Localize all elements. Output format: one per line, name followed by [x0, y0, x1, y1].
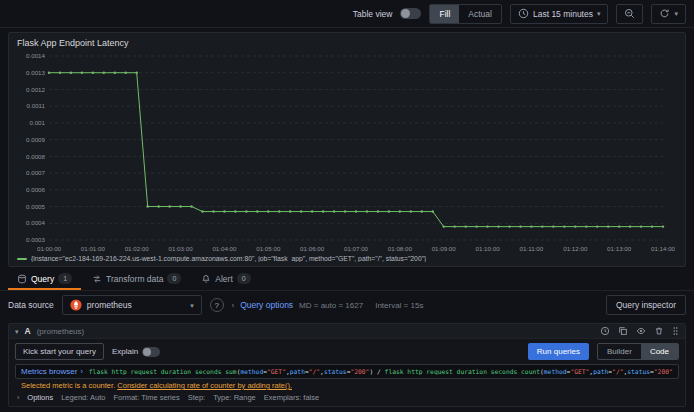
promql-expression[interactable]: flask_http_request_duration_seconds_sum(…	[89, 368, 673, 375]
datasource-row: Data source prometheus ▾ ? › Query optio…	[0, 291, 694, 319]
datasource-label: Data source	[8, 300, 54, 310]
query-inspector-button[interactable]: Query inspector	[606, 295, 686, 315]
trash-icon[interactable]	[654, 326, 664, 336]
option-exemplars: Exemplars: false	[264, 393, 319, 402]
datasource-name: prometheus	[87, 300, 132, 310]
svg-text:0.0008: 0.0008	[26, 153, 45, 160]
history-icon[interactable]	[600, 326, 610, 336]
panel-flask-latency: Flask App Endpoint Latency 0.00030.00040…	[8, 32, 686, 267]
bell-icon	[201, 274, 211, 284]
query-options-footer[interactable]: › Options Legend: Auto Format: Time seri…	[9, 391, 685, 406]
fill-button[interactable]: Fill	[430, 5, 459, 23]
option-type: Type: Range	[213, 393, 256, 402]
zoom-out-time-button[interactable]	[616, 4, 643, 24]
pane-size-toggle-group: Fill Actual	[429, 4, 501, 24]
svg-text:01:07:00: 01:07:00	[344, 245, 369, 252]
series-label: {instance="ec2-184-169-216-224.us-west-1…	[31, 255, 426, 262]
query-options-label: Query options	[240, 300, 293, 310]
editor-tabs: Query 1 Transform data 0 Alert 0	[0, 267, 694, 291]
datasource-help-icon[interactable]: ?	[210, 298, 224, 312]
explain-control: Explain	[112, 347, 160, 357]
svg-text:0.0009: 0.0009	[26, 136, 45, 143]
chevron-down-icon: ▾	[674, 10, 678, 17]
warning-rate-link[interactable]: Consider calculating rate of counter by …	[117, 381, 292, 390]
chevron-down-icon: ▾	[190, 302, 194, 309]
transform-icon	[92, 274, 102, 284]
grafana-panel-editor: Table view Fill Actual Last 15 minutes ▾…	[0, 0, 694, 407]
database-icon	[17, 274, 27, 284]
query-toolbar: Kick start your query Explain Run querie…	[9, 339, 685, 364]
interval-value: Interval = 15s	[375, 301, 423, 310]
query-ref-id: A	[25, 326, 31, 336]
svg-text:0.0011: 0.0011	[27, 102, 46, 109]
run-queries-button[interactable]: Run queries	[528, 343, 589, 360]
tab-transform-data[interactable]: Transform data 0	[83, 267, 190, 290]
query-datasource-hint: (prometheus)	[37, 327, 85, 336]
svg-text:0.0006: 0.0006	[26, 186, 45, 193]
datasource-picker[interactable]: prometheus ▾	[62, 295, 202, 315]
options-label: Options	[27, 393, 53, 402]
metrics-browser-button[interactable]: Metrics browser ›	[21, 367, 83, 376]
toggle-knob	[143, 348, 151, 356]
topbar: Table view Fill Actual Last 15 minutes ▾…	[0, 0, 694, 28]
svg-text:0.001: 0.001	[30, 119, 46, 126]
svg-text:0.0007: 0.0007	[26, 169, 45, 176]
query-row-card: ▾ A (prometheus)	[8, 323, 686, 407]
latency-time-series-chart[interactable]: 0.00030.00040.00050.00060.00070.00080.00…	[17, 50, 677, 254]
kick-start-query-button[interactable]: Kick start your query	[15, 343, 104, 360]
tab-query[interactable]: Query 1	[8, 267, 81, 290]
chevron-right-icon: ›	[80, 368, 82, 375]
svg-text:0.0014: 0.0014	[26, 52, 45, 59]
max-data-points-value: MD = auto = 1627	[299, 301, 363, 310]
code-button[interactable]: Code	[641, 344, 678, 359]
time-range-label: Last 15 minutes	[533, 9, 593, 19]
promql-editor[interactable]: Metrics browser › flask_http_request_dur…	[15, 364, 679, 379]
tab-label: Query	[31, 274, 54, 284]
query-options-summary: MD = auto = 1627 Interval = 15s	[299, 301, 423, 310]
svg-text:01:09:00: 01:09:00	[432, 245, 457, 252]
tab-label: Alert	[215, 274, 232, 284]
refresh-button[interactable]: ▾	[651, 4, 686, 24]
metrics-browser-label: Metrics browser	[21, 367, 77, 376]
drag-handle-icon[interactable]	[672, 326, 679, 336]
query-row-header[interactable]: ▾ A (prometheus)	[9, 324, 685, 339]
refresh-icon	[659, 8, 670, 19]
svg-text:01:10:00: 01:10:00	[476, 245, 501, 252]
tab-count: 0	[237, 273, 251, 284]
tab-count: 1	[58, 273, 72, 284]
svg-text:0.0004: 0.0004	[26, 219, 45, 226]
time-range-picker[interactable]: Last 15 minutes ▾	[510, 4, 609, 24]
table-view-toggle[interactable]	[400, 8, 421, 19]
counter-warning: Selected metric is a counter. Consider c…	[9, 379, 685, 391]
chevron-right-icon: ›	[17, 394, 19, 401]
svg-text:01:14:00: 01:14:00	[651, 245, 676, 252]
builder-button[interactable]: Builder	[598, 344, 641, 359]
svg-text:01:06:00: 01:06:00	[300, 245, 325, 252]
chart-legend[interactable]: {instance="ec2-184-169-216-224.us-west-1…	[17, 254, 677, 265]
warning-text: Selected metric is a counter.	[21, 381, 115, 390]
svg-text:01:04:00: 01:04:00	[212, 245, 237, 252]
tab-alert[interactable]: Alert 0	[192, 267, 259, 290]
svg-text:01:12:00: 01:12:00	[563, 245, 588, 252]
tab-count: 0	[167, 273, 181, 284]
explain-label: Explain	[112, 347, 138, 356]
actual-button[interactable]: Actual	[459, 5, 501, 23]
query-row-actions	[600, 326, 679, 336]
svg-text:01:00:00: 01:00:00	[37, 245, 62, 252]
explain-toggle[interactable]	[142, 347, 160, 357]
eye-icon[interactable]	[636, 326, 646, 336]
svg-text:01:13:00: 01:13:00	[607, 245, 632, 252]
query-options-collapsible[interactable]: › Query options MD = auto = 1627 Interva…	[232, 300, 424, 310]
toggle-knob	[401, 9, 410, 18]
collapse-chevron-icon[interactable]: ▾	[15, 328, 19, 335]
option-legend: Legend: Auto	[61, 393, 105, 402]
duplicate-icon[interactable]	[618, 326, 628, 336]
option-format: Format: Time series	[113, 393, 179, 402]
chevron-down-icon: ▾	[597, 10, 601, 17]
svg-text:01:02:00: 01:02:00	[125, 245, 150, 252]
tab-label: Transform data	[106, 274, 163, 284]
svg-text:0.0013: 0.0013	[26, 69, 45, 76]
svg-text:0.0005: 0.0005	[26, 203, 45, 210]
svg-text:01:11:00: 01:11:00	[520, 245, 544, 252]
svg-text:01:03:00: 01:03:00	[169, 245, 194, 252]
